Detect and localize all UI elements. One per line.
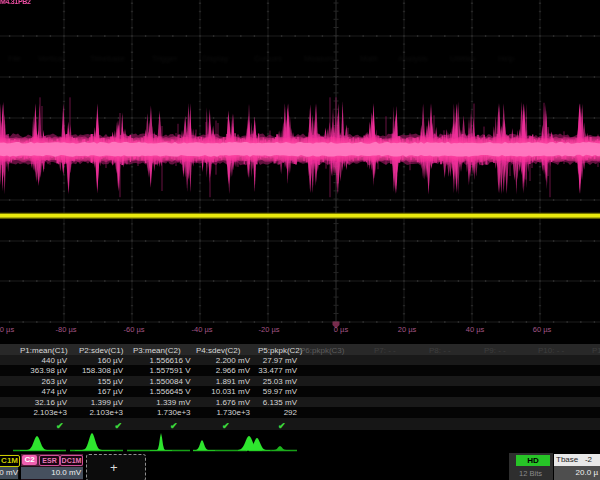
- svg-text:-40 µs: -40 µs: [192, 325, 213, 334]
- svg-text:20 µs: 20 µs: [398, 325, 417, 334]
- svg-text:-100 µs: -100 µs: [0, 325, 14, 334]
- svg-text:0 µs: 0 µs: [334, 325, 349, 334]
- svg-text:-60 µs: -60 µs: [124, 325, 145, 334]
- svg-text:-20 µs: -20 µs: [259, 325, 280, 334]
- svg-text:60 µs: 60 µs: [533, 325, 552, 334]
- svg-text:40 µs: 40 µs: [466, 325, 485, 334]
- svg-text:-80 µs: -80 µs: [56, 325, 77, 334]
